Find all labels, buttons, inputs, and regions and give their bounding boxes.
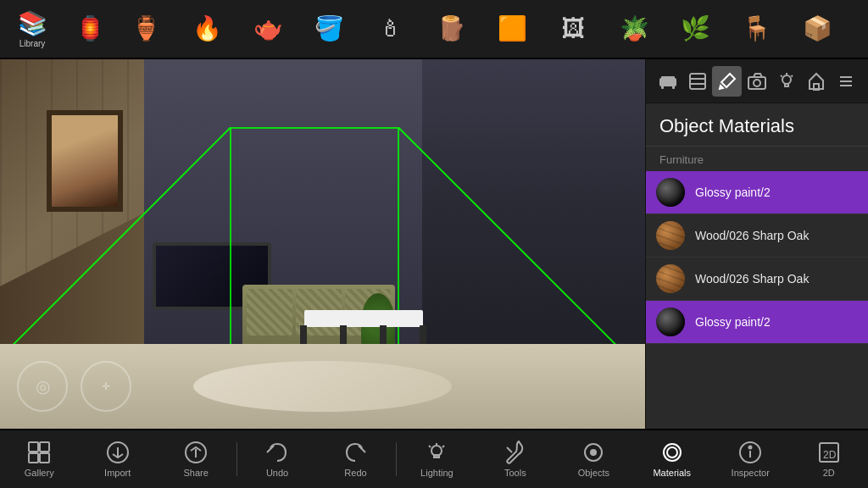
redo-icon [343,441,367,464]
svg-text:2D: 2D [823,449,837,461]
svg-point-29 [591,450,596,455]
main-area: ◎ ✛ [0,59,868,429]
bottom-import-button[interactable]: Import [80,432,156,486]
top-tool-frame[interactable]: 🖼 [542,2,604,56]
gallery-label: Gallery [25,468,54,478]
bottom-lighting-button[interactable]: Lighting [398,432,475,486]
bottom-sep-2 [396,442,397,476]
material-item-4[interactable]: Glossy paint/2 [646,301,868,344]
material-name-2: Wood/026 Sharp Oak [695,229,809,242]
fireplace-icon: 🔥 [192,14,222,42]
material-item-3[interactable]: Wood/026 Sharp Oak [646,258,868,301]
panel-tool-camera[interactable] [742,66,771,97]
painting-artwork [47,110,123,212]
right-panel: Object Materials Furniture Glossy paint/… [645,59,868,429]
bottom-materials-button[interactable]: Materials [634,432,710,486]
objects-label: Objects [578,468,609,478]
svg-line-26 [442,446,444,447]
bottom-2d-button[interactable]: 2D 2D [791,432,867,486]
top-tool-vase[interactable]: 🏺 [115,2,176,56]
lamp2-icon: 🕯 [378,14,402,42]
library-button[interactable]: 📚 Library [7,2,58,56]
share-label: Share [183,468,208,478]
top-tool-lamp2[interactable]: 🕯 [359,2,420,56]
top-tool-item7[interactable]: 🪵 [420,2,481,56]
bottom-objects-button[interactable]: Objects [555,432,632,486]
bottom-inspector-button[interactable]: Inspector [712,432,788,486]
table-top [304,310,423,327]
undo-label: Undo [266,468,288,478]
panel-tool-furniture[interactable] [653,66,682,97]
top-tool-plant[interactable]: 🪴 [604,2,665,56]
svg-rect-19 [29,453,38,463]
material-thumb-2 [656,221,685,250]
bottom-toolbar: Gallery Import Share Undo Redo Lighting … [0,429,868,488]
panel-tool-floor[interactable] [682,66,712,97]
frame-icon: 🖼 [561,14,585,42]
teapot-icon: 🫖 [253,14,283,42]
top-tool-curtains[interactable]: 🟧 [481,2,542,56]
objects-icon [581,441,605,464]
bottom-tools-button[interactable]: Tools [477,432,554,486]
material-name-3: Wood/026 Sharp Oak [695,272,809,286]
top-tool-table[interactable]: 🪑 [726,2,787,56]
top-tool-fireplace[interactable]: 🔥 [176,2,237,56]
top-tool-box[interactable]: 📦 [787,2,848,56]
navigation-circle[interactable]: ◎ [17,361,68,412]
svg-point-34 [749,446,752,449]
material-name-4: Glossy paint/2 [695,315,771,329]
svg-rect-17 [29,442,38,452]
panel-tool-home[interactable] [802,66,832,97]
material-item-1[interactable]: Glossy paint/2 [646,171,868,214]
top-tool-jug[interactable]: 🪣 [298,2,359,56]
item7-icon: 🪵 [437,14,466,42]
redo-label: Redo [344,468,366,478]
import-icon [106,441,130,464]
svg-line-27 [507,447,512,452]
panel-tool-light[interactable] [772,66,802,97]
panel-section-label: Furniture [646,147,868,171]
svg-point-31 [667,447,677,458]
tools-icon [504,441,527,464]
panel-tool-list[interactable] [832,66,861,97]
svg-point-9 [782,75,791,84]
bottom-share-button[interactable]: Share [158,432,234,486]
material-name-1: Glossy paint/2 [695,186,771,199]
materials-bottom-label: Materials [653,468,691,478]
bottom-sep-1 [236,442,237,476]
top-tool-leaf[interactable]: 🌿 [665,2,726,56]
top-tool-lamp1[interactable]: 🏮 [64,2,115,56]
svg-rect-2 [661,86,664,89]
lighting-icon [425,441,448,464]
bottom-undo-button[interactable]: Undo [239,432,315,486]
top-tool-teapot[interactable]: 🫖 [237,2,298,56]
navigation-arrows[interactable]: ✛ [81,361,131,412]
materials-list: Glossy paint/2 Wood/026 Sharp Oak Wood/0… [646,171,868,429]
library-icon: 📚 [18,9,47,37]
bottom-redo-button[interactable]: Redo [317,432,393,486]
svg-line-12 [792,75,793,77]
material-thumb-1 [656,178,685,207]
svg-line-11 [781,75,782,77]
svg-rect-18 [40,442,49,452]
inspector-icon [738,441,762,464]
vase-icon: 🏺 [131,14,161,42]
top-tool-materials[interactable]: 🎨 Materials [854,2,868,56]
svg-line-25 [429,446,431,447]
2d-label: 2D [823,468,835,478]
panel-title: Object Materials [646,103,868,147]
svg-rect-3 [672,86,675,89]
svg-point-8 [754,80,760,86]
nav-arrows-icon: ✛ [102,380,110,392]
top-toolbar: 📚 Library 🏮 🏺 🔥 🫖 🪣 🕯 🪵 🟧 🖼 🪴 🌿 🪑 📦 🎨 Ma… [0,0,868,59]
bottom-gallery-button[interactable]: Gallery [1,432,77,486]
panel-tool-brush[interactable] [712,66,742,97]
material-item-2[interactable]: Wood/026 Sharp Oak [646,214,868,258]
viewport-3d[interactable]: ◎ ✛ [0,59,645,429]
tools-label: Tools [504,468,526,478]
svg-rect-20 [40,453,49,463]
plant-icon: 🪴 [620,14,649,42]
jug-icon: 🪣 [314,14,344,42]
nav-circle-icon: ◎ [36,376,50,396]
material-thumb-4 [656,308,685,336]
